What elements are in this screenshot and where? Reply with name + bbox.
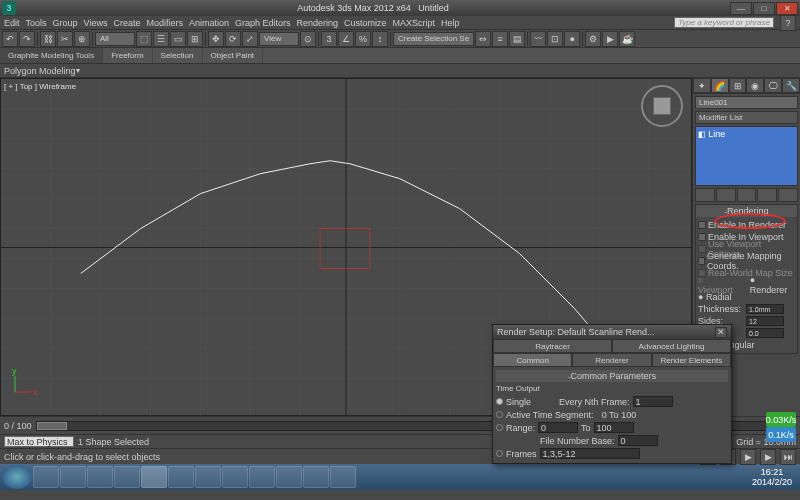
dialog-tab-advlighting[interactable]: Advanced Lighting xyxy=(612,339,731,353)
angle-spinner[interactable]: 0.0 xyxy=(746,328,784,338)
tab-objectpaint[interactable]: Object Paint xyxy=(203,48,264,63)
remove-mod-button[interactable] xyxy=(757,188,777,202)
taskbar-item[interactable] xyxy=(87,466,113,488)
taskbar-item[interactable] xyxy=(195,466,221,488)
range-radio[interactable] xyxy=(496,424,503,431)
modifier-list-dropdown[interactable]: Modifier List xyxy=(695,111,798,124)
create-tab[interactable]: ✦ xyxy=(693,78,711,93)
common-params-header[interactable]: - Common Parameters xyxy=(496,370,728,382)
taskbar-item[interactable] xyxy=(222,466,248,488)
thickness-spinner[interactable]: 1.0mm xyxy=(746,304,784,314)
utilities-tab[interactable]: 🔧 xyxy=(782,78,800,93)
taskbar-item[interactable] xyxy=(114,466,140,488)
hierarchy-tab[interactable]: ⊞ xyxy=(729,78,747,93)
menu-group[interactable]: Group xyxy=(53,18,78,28)
minimize-button[interactable]: — xyxy=(730,2,752,15)
bind-button[interactable]: ⊕ xyxy=(74,31,90,47)
gen-mapping-checkbox[interactable] xyxy=(698,257,705,265)
taskbar-item[interactable] xyxy=(168,466,194,488)
help-icon[interactable]: ? xyxy=(780,15,796,31)
menu-help[interactable]: Help xyxy=(441,18,460,28)
dialog-tab-raytracer[interactable]: Raytracer xyxy=(493,339,612,353)
menu-customize[interactable]: Customize xyxy=(344,18,387,28)
ref-coord-dropdown[interactable]: View xyxy=(259,32,299,46)
file-base-spinner[interactable]: 0 xyxy=(618,435,658,446)
menu-maxscript[interactable]: MAXScript xyxy=(393,18,436,28)
snap-button[interactable]: 3 xyxy=(321,31,337,47)
search-input[interactable]: Type a keyword or phrase xyxy=(674,17,774,28)
rendering-header[interactable]: - Rendering xyxy=(696,205,797,217)
menu-rendering[interactable]: Rendering xyxy=(297,18,339,28)
dialog-tab-elements[interactable]: Render Elements xyxy=(652,353,731,367)
show-end-button[interactable] xyxy=(716,188,736,202)
frames-radio[interactable] xyxy=(496,450,503,457)
enable-renderer-checkbox[interactable] xyxy=(698,221,706,229)
select-name-button[interactable]: ☰ xyxy=(153,31,169,47)
taskbar-item[interactable] xyxy=(60,466,86,488)
redo-button[interactable]: ↷ xyxy=(19,31,35,47)
window-crossing-button[interactable]: ⊞ xyxy=(187,31,203,47)
menu-grapheditors[interactable]: Graph Editors xyxy=(235,18,291,28)
render-setup-button[interactable]: ⚙ xyxy=(585,31,601,47)
configure-button[interactable] xyxy=(778,188,798,202)
start-button[interactable] xyxy=(2,465,32,489)
unique-button[interactable] xyxy=(737,188,757,202)
move-button[interactable]: ✥ xyxy=(208,31,224,47)
frames-input[interactable]: 1,3,5-12 xyxy=(540,448,640,459)
dialog-close-button[interactable]: ✕ xyxy=(715,327,727,338)
close-button[interactable]: ✕ xyxy=(776,2,798,15)
menu-edit[interactable]: Edit xyxy=(4,18,20,28)
goto-end-button[interactable]: ⏭ xyxy=(780,449,796,465)
selection-filter[interactable]: All xyxy=(95,32,135,46)
taskbar-item[interactable] xyxy=(141,466,167,488)
viewcube[interactable] xyxy=(641,85,683,127)
object-name-field[interactable]: Line001 xyxy=(695,96,798,109)
menu-tools[interactable]: Tools xyxy=(26,18,47,28)
select-button[interactable]: ⬚ xyxy=(136,31,152,47)
tab-selection[interactable]: Selection xyxy=(153,48,203,63)
render-button[interactable]: ☕ xyxy=(619,31,635,47)
modifier-stack[interactable]: ◧ Line xyxy=(695,126,798,186)
dialog-tab-renderer[interactable]: Renderer xyxy=(572,353,651,367)
curve-editor-button[interactable]: 〰 xyxy=(530,31,546,47)
unlink-button[interactable]: ✂ xyxy=(57,31,73,47)
align-button[interactable]: ≡ xyxy=(492,31,508,47)
pin-stack-button[interactable] xyxy=(695,188,715,202)
rotate-button[interactable]: ⟳ xyxy=(225,31,241,47)
tab-freeform[interactable]: Freeform xyxy=(103,48,152,63)
active-seg-radio[interactable] xyxy=(496,411,503,418)
taskbar-item[interactable] xyxy=(276,466,302,488)
menu-create[interactable]: Create xyxy=(113,18,140,28)
motion-tab[interactable]: ◉ xyxy=(746,78,764,93)
render-frame-button[interactable]: ▶ xyxy=(602,31,618,47)
taskbar-item[interactable] xyxy=(33,466,59,488)
app-logo[interactable]: 3 xyxy=(2,1,16,15)
sides-spinner[interactable]: 12 xyxy=(746,316,784,326)
taskbar-item[interactable] xyxy=(330,466,356,488)
single-radio[interactable] xyxy=(496,398,503,405)
material-button[interactable]: ● xyxy=(564,31,580,47)
scale-button[interactable]: ⤢ xyxy=(242,31,258,47)
menu-views[interactable]: Views xyxy=(84,18,108,28)
range-from[interactable]: 0 xyxy=(538,422,578,433)
display-tab[interactable]: 🖵 xyxy=(764,78,782,93)
undo-button[interactable]: ↶ xyxy=(2,31,18,47)
spinner-snap-button[interactable]: ↕ xyxy=(372,31,388,47)
dialog-tab-common[interactable]: Common xyxy=(493,353,572,367)
range-to[interactable]: 100 xyxy=(594,422,634,433)
tab-graphite[interactable]: Graphite Modeling Tools xyxy=(0,48,103,63)
pivot-button[interactable]: ⊙ xyxy=(300,31,316,47)
play-button[interactable]: ▶ xyxy=(740,449,756,465)
menu-modifiers[interactable]: Modifiers xyxy=(146,18,183,28)
taskbar-item[interactable] xyxy=(249,466,275,488)
script-listener[interactable]: Max to Physics t xyxy=(4,436,74,447)
link-button[interactable]: ⛓ xyxy=(40,31,56,47)
enable-viewport-checkbox[interactable] xyxy=(698,233,706,241)
layers-button[interactable]: ▤ xyxy=(509,31,525,47)
maximize-button[interactable]: □ xyxy=(753,2,775,15)
angle-snap-button[interactable]: ∠ xyxy=(338,31,354,47)
mirror-button[interactable]: ⇔ xyxy=(475,31,491,47)
next-frame-button[interactable]: ▶ xyxy=(760,449,776,465)
nth-spinner[interactable]: 1 xyxy=(633,396,673,407)
percent-snap-button[interactable]: % xyxy=(355,31,371,47)
